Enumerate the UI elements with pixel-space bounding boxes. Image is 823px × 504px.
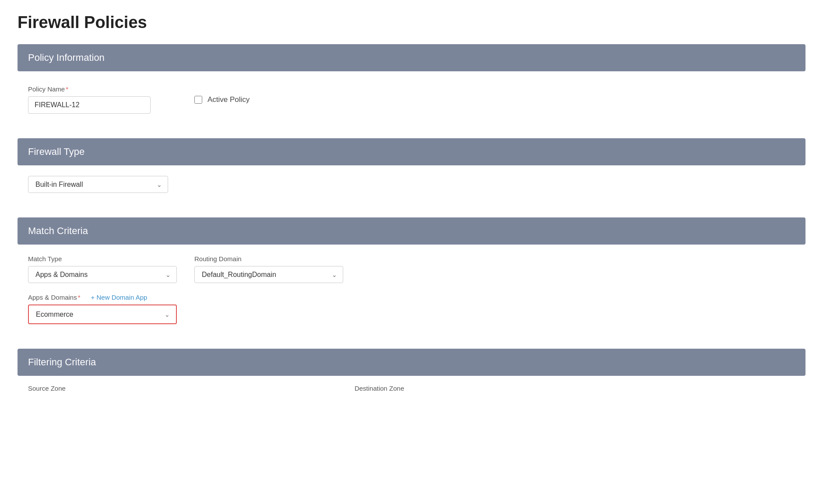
filtering-criteria-header: Filtering Criteria bbox=[18, 349, 805, 376]
routing-domain-select[interactable]: Default_RoutingDomain bbox=[194, 266, 343, 283]
apps-domains-group: Apps & Domains* + New Domain App Ecommer… bbox=[28, 294, 795, 324]
match-criteria-section: Match Criteria Match Type Apps & Domains… bbox=[18, 217, 805, 336]
match-type-select[interactable]: Apps & Domains IP Address Domain bbox=[28, 266, 177, 283]
match-type-group: Match Type Apps & Domains IP Address Dom… bbox=[28, 255, 177, 283]
routing-domain-label: Routing Domain bbox=[194, 255, 343, 262]
apps-domains-select-wrapper: Ecommerce ⌄ bbox=[28, 304, 177, 324]
firewall-type-select[interactable]: Built-in Firewall External Firewall bbox=[28, 176, 168, 193]
policy-information-header: Policy Information bbox=[18, 44, 805, 71]
apps-domains-select[interactable]: Ecommerce bbox=[29, 305, 176, 323]
filtering-criteria-section: Filtering Criteria Source Zone Destinati… bbox=[18, 349, 805, 396]
source-zone-label: Source Zone bbox=[28, 385, 66, 392]
active-policy-checkbox[interactable] bbox=[194, 96, 202, 104]
page-title: Firewall Policies bbox=[18, 13, 805, 32]
policy-name-input[interactable] bbox=[28, 96, 151, 114]
apps-domains-label: Apps & Domains* bbox=[28, 294, 81, 301]
firewall-type-section: Firewall Type Built-in Firewall External… bbox=[18, 138, 805, 205]
routing-domain-group: Routing Domain Default_RoutingDomain ⌄ bbox=[194, 255, 343, 283]
firewall-type-header: Firewall Type bbox=[18, 138, 805, 165]
policy-name-label: Policy Name* bbox=[28, 85, 151, 93]
match-type-label: Match Type bbox=[28, 255, 177, 262]
active-policy-row: Active Policy bbox=[194, 95, 250, 104]
destination-zone-label: Destination Zone bbox=[355, 385, 404, 392]
policy-information-section: Policy Information Policy Name* Active P… bbox=[18, 44, 805, 126]
match-criteria-header: Match Criteria bbox=[18, 217, 805, 245]
new-domain-app-link[interactable]: + New Domain App bbox=[91, 294, 148, 301]
active-policy-label: Active Policy bbox=[208, 95, 250, 104]
